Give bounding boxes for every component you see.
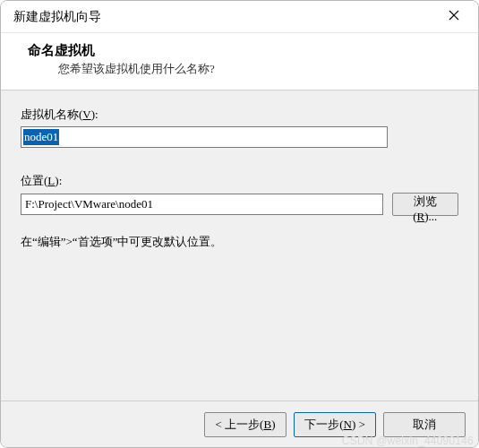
wizard-footer: < 上一步(B) 下一步(N) > 取消 [1,401,478,447]
new-vm-wizard-dialog: 新建虚拟机向导 命名虚拟机 您希望该虚拟机使用什么名称? 虚拟机名称(V): n… [0,0,479,448]
wizard-content: 虚拟机名称(V): node01 位置(L): 浏览(R)... 在“编辑”>“… [1,90,478,401]
location-label: 位置(L): [21,173,458,189]
dialog-title: 新建虚拟机向导 [13,9,101,25]
location-input[interactable] [21,194,383,215]
wizard-step-subtitle: 您希望该虚拟机使用什么名称? [28,59,460,77]
titlebar: 新建虚拟机向导 [1,1,478,33]
close-icon [449,10,459,23]
wizard-step-title: 命名虚拟机 [28,42,460,59]
browse-button[interactable]: 浏览(R)... [392,193,458,216]
back-button[interactable]: < 上一步(B) [204,412,287,437]
vm-name-label: 虚拟机名称(V): [21,107,458,123]
vm-name-input[interactable]: node01 [21,126,388,148]
close-button[interactable] [435,4,473,30]
cancel-button[interactable]: 取消 [383,412,466,437]
vm-name-value: node01 [23,129,59,145]
wizard-header: 命名虚拟机 您希望该虚拟机使用什么名称? [1,33,478,90]
location-hint: 在“编辑”>“首选项”中可更改默认位置。 [21,234,458,250]
next-button[interactable]: 下一步(N) > [294,412,376,437]
